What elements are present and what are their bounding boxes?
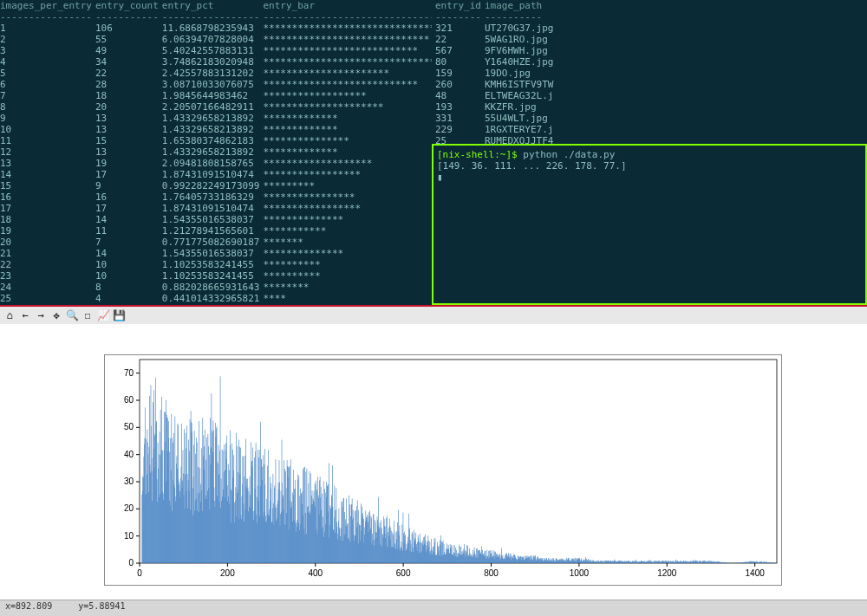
- cell: 1: [0, 23, 95, 34]
- svg-text:400: 400: [308, 568, 323, 578]
- pane-right-bottom[interactable]: [nix-shell:~]$ python ./data.py [149. 36…: [432, 144, 867, 305]
- figure-canvas[interactable]: 0102030405060700200400600800100012001400: [0, 324, 867, 601]
- cell: 19DO.jpg: [485, 68, 557, 79]
- cell: 10: [95, 259, 162, 270]
- back-icon[interactable]: ←: [19, 309, 31, 321]
- cell: 25: [435, 135, 485, 144]
- cell: ***************************: [263, 45, 432, 56]
- cell: *************: [263, 146, 432, 158]
- cell: 11.6868798235943: [162, 23, 264, 34]
- shell-output: [149. 36. 111. ... 226. 178. 77.]: [437, 160, 862, 172]
- cell: 16: [0, 191, 95, 203]
- svg-text:200: 200: [220, 568, 235, 578]
- svg-text:50: 50: [124, 422, 134, 431]
- cell: 3.74862183020948: [162, 56, 264, 68]
- cell: 18: [95, 90, 162, 101]
- svg-text:20: 20: [124, 503, 134, 513]
- cell: 1.65380374862183: [162, 135, 264, 146]
- pan-icon[interactable]: ✥: [50, 309, 62, 321]
- cell: 159: [435, 68, 485, 79]
- cell: 1.43329658213892: [162, 146, 264, 158]
- svg-text:0: 0: [128, 558, 134, 567]
- cell: 3: [0, 45, 95, 56]
- cell: 48: [435, 90, 485, 101]
- cell: 13: [95, 146, 162, 158]
- cell: 1.87431091510474: [162, 169, 264, 180]
- cell: 8: [95, 282, 162, 293]
- cell: 1.10253583241455: [162, 259, 264, 270]
- cell: 1.43329658213892: [162, 124, 264, 135]
- cell: 6: [0, 79, 95, 90]
- cell: 331: [435, 113, 485, 124]
- cell: ****************************************…: [263, 23, 432, 34]
- cell: 6.06394707828004: [162, 34, 264, 45]
- cell: ELTWEAG32L.j: [485, 90, 557, 101]
- cell: 22: [0, 259, 95, 270]
- pane-left[interactable]: images_per_entry entry_count entry_pct e…: [0, 0, 432, 305]
- cell: 3.08710033076075: [162, 79, 264, 90]
- cell: Y1640HZE.jpg: [485, 56, 557, 68]
- status-x: x=892.809: [5, 601, 52, 611]
- cell: ******************: [263, 90, 432, 101]
- cell: 1.43329658213892: [162, 113, 264, 124]
- cell: 13: [95, 113, 162, 124]
- cell: ****: [263, 293, 432, 304]
- terminal-split: images_per_entry entry_count entry_pct e…: [0, 0, 867, 305]
- cell: 1.10253583241455: [162, 270, 264, 282]
- svg-text:1200: 1200: [657, 568, 677, 578]
- cell: 9FV6HWH.jpg: [485, 45, 557, 56]
- cell: **********: [263, 270, 432, 282]
- cell: 1RGXTERYE7.j: [485, 124, 557, 135]
- status-y: y=5.88941: [78, 601, 125, 611]
- svg-text:40: 40: [124, 450, 134, 459]
- cell: 14: [0, 169, 95, 180]
- cell: KKZFR.jpg: [485, 101, 557, 113]
- cell: ****************: [263, 191, 432, 203]
- cell: 49: [95, 45, 162, 56]
- cell: 4: [0, 56, 95, 68]
- cell: 2.09481808158765: [162, 158, 264, 169]
- shell-prompt: [nix-shell:~]$: [437, 149, 523, 160]
- cursor: ▮: [437, 172, 862, 183]
- cell: 321: [435, 23, 485, 34]
- col-hdr: entry_count: [95, 0, 162, 11]
- cell: 11: [0, 135, 95, 146]
- cell: 21: [0, 248, 95, 259]
- edit-icon[interactable]: 📈: [97, 309, 109, 321]
- cell: 22: [95, 68, 162, 79]
- cell: 2.20507166482911: [162, 101, 264, 113]
- cell: **************: [263, 248, 432, 259]
- cell: 193: [435, 101, 485, 113]
- cell: *****************: [263, 169, 432, 180]
- cell: 106: [95, 23, 162, 34]
- zoom-icon[interactable]: 🔍: [66, 309, 78, 321]
- cell: 1.87431091510474: [162, 203, 264, 214]
- pane-right: entry_id image_path -------- ---------- …: [432, 0, 867, 305]
- pane-right-top[interactable]: entry_id image_path -------- ---------- …: [432, 0, 867, 144]
- shell-line: [nix-shell:~]$ python ./data.py: [437, 149, 862, 160]
- svg-text:10: 10: [124, 531, 134, 541]
- cell: 1.21278941565601: [162, 225, 264, 237]
- cell: 2.42557883131202: [162, 68, 264, 79]
- cell: 20: [0, 237, 95, 248]
- cell: 567: [435, 45, 485, 56]
- cell: *******: [263, 237, 432, 248]
- save-icon[interactable]: 💾: [113, 309, 125, 321]
- home-icon[interactable]: ⌂: [3, 309, 16, 321]
- cell: 28: [95, 79, 162, 90]
- col-hdr: entry_id: [435, 0, 485, 11]
- chart-svg: 0102030405060700200400600800100012001400: [105, 355, 781, 585]
- cell: ********: [263, 282, 432, 293]
- cell: 13: [95, 124, 162, 135]
- cell: 24: [0, 282, 95, 293]
- sqlite-table-left: images_per_entry entry_count entry_pct e…: [0, 0, 432, 305]
- cell: 12: [0, 146, 95, 158]
- cell: 18: [0, 214, 95, 225]
- subplots-icon[interactable]: ☐: [81, 309, 94, 321]
- cell: *******************: [263, 158, 432, 169]
- svg-text:70: 70: [124, 368, 134, 378]
- cell: ***************************: [263, 79, 432, 90]
- cell: 1.9845644983462: [162, 90, 264, 101]
- forward-icon[interactable]: →: [35, 309, 47, 321]
- cell: **********************: [263, 68, 432, 79]
